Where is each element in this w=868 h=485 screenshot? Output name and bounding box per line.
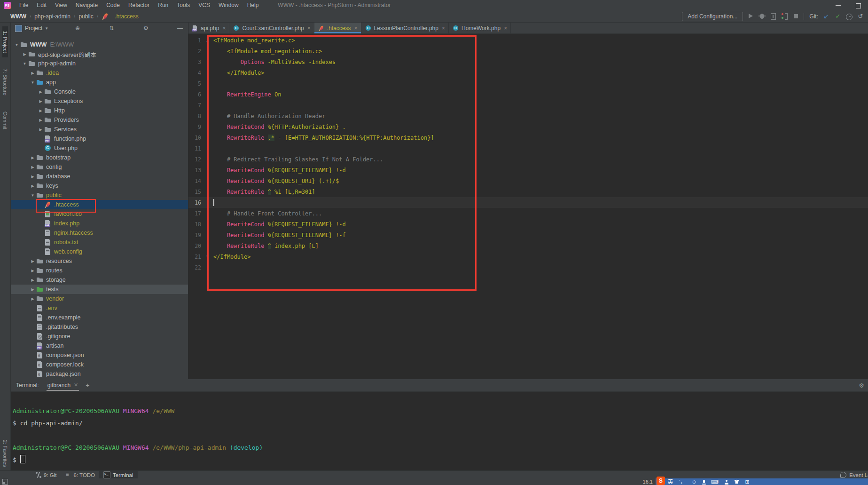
- toolwindow-button-6-todo[interactable]: 6: TODO: [61, 471, 99, 479]
- project-panel-title[interactable]: Project: [25, 25, 42, 32]
- editor-tab-lessonplancontroller-php[interactable]: LessonPlanController.php×: [361, 23, 449, 33]
- editor-tab-homework-php[interactable]: HomeWork.php×: [449, 23, 511, 33]
- tree-chevron[interactable]: ▶: [29, 156, 36, 160]
- editor-tab-courexamcontroller-php[interactable]: CourExamController.php×: [229, 23, 314, 33]
- code-line-20[interactable]: 20 RewriteRule ^ index.php [L]: [188, 240, 868, 251]
- tree-row-idea[interactable]: ▶.idea: [10, 68, 188, 78]
- emoji-icon[interactable]: ☺: [691, 478, 696, 485]
- editor-tab-htaccess[interactable]: .htaccess×: [314, 23, 361, 33]
- menu-window[interactable]: Window: [214, 2, 243, 8]
- tree-row-database[interactable]: ▶database: [10, 172, 188, 181]
- breadcrumb-item-php-api-admin[interactable]: php-api-admin: [34, 13, 70, 20]
- breadcrumb-item-public[interactable]: public: [78, 13, 93, 20]
- menu-vcs[interactable]: VCS: [194, 2, 214, 8]
- fold-marker[interactable]: ⌄: [201, 38, 213, 43]
- code-line-12[interactable]: 12 # Redirect Trailing Slashes If Not A …: [188, 154, 868, 165]
- sogou-ime-icon[interactable]: S: [657, 477, 665, 485]
- code-line-14[interactable]: 14 RewriteCond %{REQUEST_URI} (.+)/$: [188, 175, 868, 186]
- skin-icon[interactable]: [735, 480, 739, 484]
- debug-icon[interactable]: [759, 13, 766, 20]
- tree-chevron[interactable]: ▶: [37, 118, 44, 122]
- code-line-16[interactable]: 16: [188, 197, 868, 208]
- stripe-tab-2-favorites[interactable]: 2: Favorites: [2, 435, 8, 471]
- locate-file-icon[interactable]: ⊕: [72, 25, 83, 32]
- code-line-4[interactable]: 4 </IfModule>: [188, 67, 868, 78]
- code-line-22[interactable]: 22: [188, 262, 868, 273]
- keyboard-icon[interactable]: ⌨: [711, 478, 719, 485]
- collapse-all-icon[interactable]: ⇅: [107, 25, 117, 32]
- code-line-18[interactable]: 18 RewriteCond %{REQUEST_FILENAME} !-d: [188, 219, 868, 230]
- tree-row-bootstrap[interactable]: ▶bootstrap: [10, 153, 188, 162]
- code-line-7[interactable]: 7: [188, 100, 868, 111]
- code-line-2[interactable]: 2 <IfModule mod_negotiation.c>: [188, 46, 868, 56]
- tree-chevron[interactable]: ▶: [37, 109, 44, 113]
- tree-row-composer-json[interactable]: composer.json: [10, 350, 188, 360]
- maximize-icon[interactable]: [855, 2, 861, 8]
- code-line-8[interactable]: 8 # Handle Authorization Header: [188, 111, 868, 121]
- history-icon[interactable]: [846, 14, 852, 20]
- tree-row-services[interactable]: ▶Services: [10, 125, 188, 134]
- tree-row-exceptions[interactable]: ▶Exceptions: [10, 96, 188, 106]
- code-line-19[interactable]: 19 RewriteCond %{REQUEST_FILENAME} !-f: [188, 230, 868, 240]
- tree-row-console[interactable]: ▶Console: [10, 87, 188, 96]
- menu-run[interactable]: Run: [154, 2, 172, 8]
- stop-icon[interactable]: [792, 13, 799, 20]
- terminal-output[interactable]: Administrator@PC-20200506AVAU MINGW64 /e…: [10, 392, 868, 466]
- run-icon[interactable]: [747, 13, 754, 20]
- tree-row-http[interactable]: ▶Http: [10, 106, 188, 115]
- new-terminal-icon[interactable]: +: [86, 382, 89, 389]
- tree-row-routes[interactable]: ▶routes: [10, 266, 188, 275]
- tree-row-function-php[interactable]: function.php: [10, 134, 188, 143]
- tree-chevron[interactable]: ▶: [29, 297, 36, 301]
- tree-chevron[interactable]: ▶: [37, 99, 44, 103]
- tree-row-env-example[interactable]: .env.example: [10, 313, 188, 322]
- tree-row-env[interactable]: .env: [10, 303, 188, 313]
- tree-row-index-php[interactable]: index.php: [10, 219, 188, 228]
- stripe-tab-commit[interactable]: Commit: [2, 107, 8, 134]
- stripe-tab-1-project[interactable]: 1: Project: [2, 26, 8, 57]
- tree-row-user-php[interactable]: User.php: [10, 143, 188, 153]
- toolwindow-switcher-icon[interactable]: [2, 479, 8, 485]
- tree-row-htaccess[interactable]: .htaccess: [10, 200, 188, 209]
- tree-chevron[interactable]: ▶: [37, 127, 44, 132]
- breadcrumb-item-htaccess[interactable]: .htaccess: [115, 13, 139, 20]
- git-commit-icon[interactable]: ✓: [834, 13, 842, 20]
- tree-row-epd-skip-server[interactable]: ▶epd-skip-server的副本: [10, 49, 188, 59]
- tree-row-nginx-htaccess[interactable]: nginx.htaccess: [10, 228, 188, 238]
- toolwindow-button-9-git[interactable]: 9: Git: [31, 471, 61, 479]
- toolbox-icon[interactable]: ⊞: [745, 478, 750, 485]
- code-editor[interactable]: 1⌄<IfModule mod_rewrite.c>2 <IfModule mo…: [188, 34, 868, 273]
- tree-chevron[interactable]: ▶: [29, 175, 36, 179]
- menu-tools[interactable]: Tools: [172, 2, 194, 8]
- code-line-13[interactable]: 13 RewriteCond %{REQUEST_FILENAME} !-d: [188, 165, 868, 175]
- tree-chevron[interactable]: ▶: [29, 165, 36, 169]
- git-update-icon[interactable]: ↙: [822, 13, 830, 20]
- ime-language-indicator[interactable]: 英: [668, 478, 673, 485]
- tree-row-www[interactable]: ▼WWWE:\WWW: [10, 40, 188, 49]
- tree-chevron[interactable]: ▶: [29, 278, 36, 282]
- code-line-15[interactable]: 15 RewriteRule ^ %1 [L,R=301]: [188, 186, 868, 197]
- minimize-icon[interactable]: [835, 2, 841, 8]
- tree-chevron[interactable]: ▶: [37, 90, 44, 94]
- tree-row-php-api-admin[interactable]: ▼php-api-admin: [10, 59, 188, 68]
- mic-icon[interactable]: [703, 480, 705, 483]
- breadcrumb-item-www[interactable]: WWW: [10, 13, 26, 20]
- code-line-1[interactable]: 1⌄<IfModule mod_rewrite.c>: [188, 35, 868, 46]
- code-line-5[interactable]: 5: [188, 78, 868, 89]
- coverage-icon[interactable]: [770, 13, 777, 20]
- tree-row-gitattributes[interactable]: .gitattributes: [10, 322, 188, 332]
- tree-row-config[interactable]: ▶config: [10, 162, 188, 172]
- fold-marker[interactable]: ⌃: [201, 254, 213, 259]
- profiler-icon[interactable]: [781, 13, 788, 20]
- tree-row-app[interactable]: ▼app: [10, 78, 188, 87]
- close-tab-icon[interactable]: ×: [307, 25, 311, 32]
- tree-row-storage[interactable]: ▶storage: [10, 275, 188, 285]
- close-tab-icon[interactable]: ×: [222, 25, 226, 32]
- handwriting-icon[interactable]: [725, 480, 728, 484]
- code-line-6[interactable]: 6 RewriteEngine On: [188, 89, 868, 100]
- stripe-tab-7-structure[interactable]: 7: Structure: [2, 64, 8, 100]
- event-log-button[interactable]: Event Log: [840, 472, 868, 478]
- menu-navigate[interactable]: Navigate: [71, 2, 102, 8]
- tree-chevron[interactable]: ▶: [29, 287, 36, 292]
- tree-chevron[interactable]: ▶: [29, 259, 36, 263]
